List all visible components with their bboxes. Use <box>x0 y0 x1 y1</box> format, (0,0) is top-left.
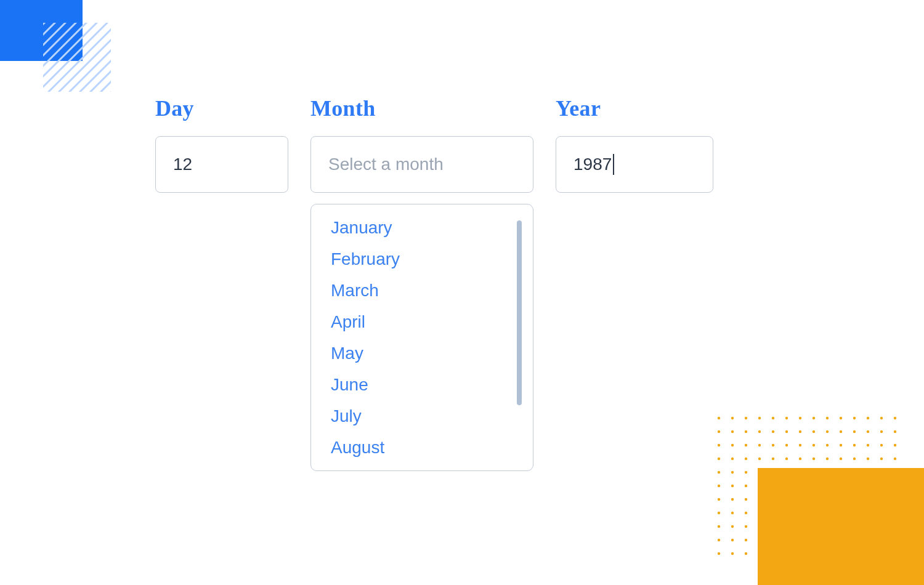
decoration-yellow-square <box>758 468 924 585</box>
day-input[interactable]: 12 <box>155 136 288 193</box>
scrollbar-thumb[interactable] <box>517 220 522 405</box>
month-label: Month <box>310 95 533 121</box>
month-option[interactable]: April <box>331 311 508 333</box>
month-option[interactable]: June <box>331 374 508 395</box>
day-value: 12 <box>173 155 192 174</box>
year-input[interactable]: 1987 <box>556 136 713 193</box>
day-field-group: Day 12 <box>155 95 288 193</box>
month-select[interactable]: Select a month <box>310 136 533 193</box>
month-option[interactable]: February <box>331 248 508 270</box>
decoration-blue-diagonal-stripes <box>43 23 111 92</box>
month-option[interactable]: July <box>331 405 508 427</box>
text-cursor-icon <box>613 154 614 175</box>
month-dropdown-list: January February March April May June Ju… <box>310 204 533 471</box>
month-option[interactable]: January <box>331 217 508 238</box>
year-field-group: Year 1987 <box>556 95 713 193</box>
day-label: Day <box>155 95 288 121</box>
svg-rect-1 <box>43 23 111 92</box>
month-option[interactable]: March <box>331 280 508 301</box>
month-option[interactable]: August <box>331 437 508 458</box>
month-placeholder: Select a month <box>328 155 444 174</box>
date-of-birth-form: Day 12 Month Select a month January Febr… <box>155 95 713 471</box>
month-option[interactable]: May <box>331 342 508 364</box>
year-value: 1987 <box>573 155 612 174</box>
year-label: Year <box>556 95 713 121</box>
month-field-group: Month Select a month January February Ma… <box>310 95 533 471</box>
